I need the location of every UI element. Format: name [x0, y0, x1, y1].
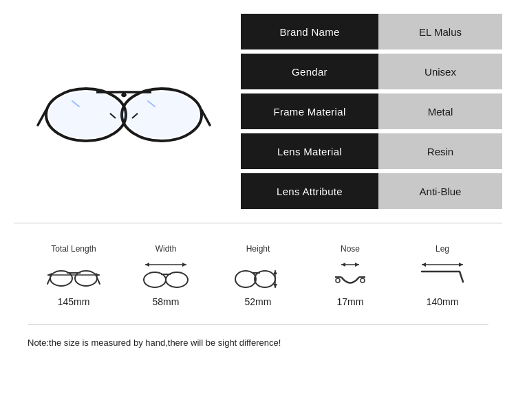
dimension-item: Total Length 145mm: [32, 244, 115, 307]
dimension-label: Width: [155, 244, 177, 254]
spec-value: Unisex: [378, 54, 502, 89]
spec-label: Frame Material: [241, 93, 378, 129]
svg-line-19: [97, 278, 100, 284]
dimension-icon: [415, 258, 470, 292]
dimension-item: Height 52mm: [217, 244, 299, 307]
spec-row: Lens AttributeAnti-Blue: [241, 173, 502, 209]
svg-marker-28: [273, 284, 277, 288]
bottom-divider: [28, 324, 488, 325]
dimension-label: Nose: [341, 244, 360, 254]
svg-line-4: [38, 110, 46, 125]
specs-table: Brand NameEL MalusGendarUnisexFrame Mate…: [241, 14, 502, 209]
dimension-value: 58mm: [153, 296, 180, 307]
dimension-icon: [323, 258, 378, 292]
svg-marker-41: [459, 263, 463, 267]
spec-row: GendarUnisex: [241, 54, 502, 89]
svg-line-18: [47, 278, 50, 284]
spec-label: Gendar: [241, 54, 378, 89]
dimension-icon: [138, 258, 193, 292]
spec-value: Resin: [378, 133, 502, 169]
dimensions-section: Total Length 145mmWidth: [14, 237, 502, 314]
dimension-label: Total Length: [51, 244, 96, 254]
dimension-item: Nose 17mm: [309, 244, 391, 307]
glasses-image-area: [14, 56, 234, 166]
dimension-value: 145mm: [58, 296, 90, 307]
spec-value: EL Malus: [378, 14, 502, 49]
dimension-icon: [230, 258, 286, 292]
dimension-value: 17mm: [337, 296, 364, 307]
spec-label: Brand Name: [241, 14, 378, 49]
svg-line-5: [202, 110, 210, 125]
spec-row: Lens MaterialResin: [241, 133, 502, 169]
svg-marker-21: [145, 263, 149, 267]
dimension-value: 140mm: [427, 296, 459, 307]
main-container: Brand NameEL MalusGendarUnisexFrame Mate…: [0, 0, 516, 367]
dimension-value: 52mm: [245, 296, 272, 307]
note-text: Note:the size is measured by hand,there …: [14, 332, 502, 353]
dimension-item: Leg 140mm: [401, 244, 484, 307]
dimension-icon: [46, 258, 101, 292]
top-section: Brand NameEL MalusGendarUnisexFrame Mate…: [14, 14, 502, 209]
spec-label: Lens Attribute: [241, 173, 378, 209]
dimension-item: Width 58mm: [125, 244, 207, 307]
spec-label: Lens Material: [241, 133, 378, 169]
svg-marker-34: [355, 263, 359, 267]
top-divider: [14, 223, 502, 223]
svg-marker-22: [182, 263, 186, 267]
dimension-label: Height: [246, 244, 270, 254]
svg-marker-33: [341, 263, 345, 267]
spec-row: Frame MaterialMetal: [241, 93, 502, 129]
svg-marker-40: [422, 263, 426, 267]
spec-value: Metal: [378, 93, 502, 129]
spec-value: Anti-Blue: [378, 173, 502, 209]
dimension-label: Leg: [436, 244, 449, 254]
svg-point-38: [361, 278, 365, 283]
glasses-illustration: [34, 70, 213, 153]
spec-row: Brand NameEL Malus: [241, 14, 502, 49]
svg-marker-27: [273, 270, 277, 274]
svg-point-37: [336, 278, 340, 283]
